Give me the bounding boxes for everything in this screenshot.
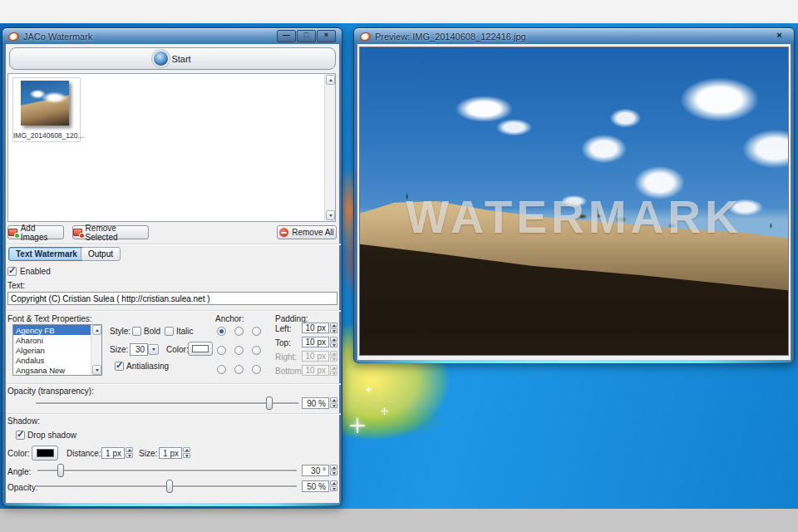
anchor-radio-bottom-left[interactable] <box>217 365 226 374</box>
opacity-value-field[interactable]: 90 % <box>302 397 329 409</box>
text-color-label: Color: <box>166 345 189 354</box>
preview-image: WATERMARK <box>359 47 789 356</box>
app-logo-icon <box>7 31 20 42</box>
shadow-color-chip <box>37 449 54 457</box>
shadow-opacity-slider[interactable] <box>37 480 297 493</box>
watermark-app-titlebar[interactable]: JACo Watermark — □ × <box>5 28 339 44</box>
add-images-label: Add Images <box>21 224 63 242</box>
padding-bottom-label: Bottom: <box>275 367 303 376</box>
remove-image-icon <box>73 229 82 236</box>
size-dropdown-icon[interactable] <box>148 344 159 355</box>
anchor-radio-bottom-right[interactable] <box>252 365 261 374</box>
letterbox-bottom <box>0 509 798 532</box>
shadow-size-field[interactable]: 1 px <box>159 447 182 459</box>
preview-titlebar[interactable]: Preview: IMG_20140608_122416.jpg × <box>357 28 791 44</box>
slider-handle[interactable] <box>266 397 273 410</box>
padding-left-spinner[interactable] <box>330 323 337 333</box>
preview-window-title: Preview: IMG_20140608_122416.jpg <box>375 32 526 42</box>
desktop-screen: JACo Watermark — □ × Start IMG_20140608_… <box>0 0 798 532</box>
style-label: Style: <box>110 327 131 336</box>
shadow-opacity-value-field[interactable]: 50 % <box>302 480 329 492</box>
scroll-up-icon[interactable] <box>326 75 335 85</box>
padding-top-field[interactable]: 10 px <box>302 337 329 347</box>
padding-left-field[interactable]: 10 px <box>302 323 329 333</box>
watermark-app-client: Start IMG_20140608_120... Add Images Rem… <box>5 44 340 504</box>
font-list-item[interactable]: Aharoni <box>13 335 101 345</box>
image-list-item[interactable]: IMG_20140608_120... <box>12 77 81 142</box>
slider-handle[interactable] <box>57 464 64 477</box>
minimize-button[interactable]: — <box>277 30 296 42</box>
slider-handle[interactable] <box>166 480 173 493</box>
anchor-radio-middle-center[interactable] <box>234 346 244 355</box>
image-list-scrollbar[interactable] <box>324 74 335 221</box>
close-button[interactable]: × <box>317 30 336 42</box>
font-list-item[interactable]: Angsana New <box>13 365 101 375</box>
anchor-radio-top-right[interactable] <box>252 327 261 336</box>
opacity-spinner[interactable] <box>330 397 337 408</box>
text-color-button[interactable] <box>188 342 213 356</box>
start-button[interactable]: Start <box>9 47 336 70</box>
italic-checkbox[interactable] <box>165 327 174 336</box>
scroll-down-icon[interactable] <box>326 210 335 220</box>
bold-label: Bold <box>144 327 160 336</box>
maximize-button[interactable]: □ <box>297 30 316 42</box>
tab-output[interactable]: Output <box>81 247 121 261</box>
scroll-up-icon[interactable] <box>92 325 101 335</box>
remove-all-button[interactable]: Remove All <box>277 225 337 239</box>
font-list[interactable]: Agency FB Aharoni Algerian Andalus Angsa… <box>12 324 102 376</box>
font-properties-label: Font & Text Properties: <box>7 314 92 323</box>
foreground-grass <box>360 333 788 355</box>
padding-bottom-spinner <box>330 365 337 376</box>
padding-top-label: Top: <box>275 338 291 347</box>
text-label: Text: <box>7 281 25 290</box>
angle-value-field[interactable]: 30 ° <box>302 465 329 476</box>
tab-text-watermark[interactable]: Text Watermark <box>8 247 85 261</box>
padding-top-spinner[interactable] <box>330 337 337 347</box>
opacity-section-label: Opacity (transparency): <box>7 387 94 396</box>
angle-label: Angle: <box>7 467 31 476</box>
angle-slider[interactable] <box>37 464 297 477</box>
shadow-opacity-spinner[interactable] <box>330 480 337 491</box>
italic-label: Italic <box>176 327 194 336</box>
letterbox-top <box>0 0 798 24</box>
shadow-color-button[interactable] <box>32 446 58 461</box>
start-button-label: Start <box>171 54 190 64</box>
anchor-radio-middle-left[interactable] <box>217 346 226 355</box>
font-list-item[interactable]: AngsanaUPC <box>13 375 101 376</box>
image-list-panel: IMG_20140608_120... <box>7 73 336 222</box>
padding-right-field: 10 px <box>302 351 329 362</box>
add-images-button[interactable]: Add Images <box>7 225 64 239</box>
image-thumbnail <box>21 81 69 126</box>
slider-track <box>36 402 298 404</box>
shadow-size-spinner[interactable] <box>183 447 190 458</box>
app-logo-icon <box>359 31 372 42</box>
enabled-checkbox[interactable] <box>7 267 17 276</box>
remove-selected-button[interactable]: Remove Selected <box>72 225 149 239</box>
distance-spinner[interactable] <box>126 447 133 458</box>
padding-left-label: Left: <box>275 324 291 333</box>
distance-label: Distance: <box>66 449 101 458</box>
drop-shadow-checkbox[interactable] <box>16 431 25 440</box>
anchor-radio-bottom-center[interactable] <box>234 365 244 374</box>
anchor-radio-top-center[interactable] <box>234 327 244 336</box>
watermark-app-window: JACo Watermark — □ × Start IMG_20140608_… <box>2 27 342 506</box>
size-value-field[interactable]: 30 <box>130 343 148 356</box>
padding-right-spinner <box>330 351 337 362</box>
opacity-slider[interactable] <box>36 397 298 410</box>
font-list-item[interactable]: Andalus <box>13 355 101 365</box>
font-list-item[interactable]: Algerian <box>13 345 101 355</box>
angle-spinner[interactable] <box>330 465 337 475</box>
scroll-down-icon[interactable] <box>92 365 101 375</box>
start-gear-icon <box>154 52 168 66</box>
antialiasing-checkbox[interactable] <box>115 362 124 371</box>
bold-checkbox[interactable] <box>132 327 141 336</box>
anchor-radio-middle-right[interactable] <box>252 346 261 355</box>
remove-all-icon <box>279 228 288 237</box>
add-image-icon <box>8 229 17 236</box>
distance-field[interactable]: 1 px <box>101 447 125 459</box>
font-list-item[interactable]: Agency FB <box>13 325 101 335</box>
close-button[interactable]: × <box>771 31 788 42</box>
watermark-text-input[interactable] <box>7 292 337 305</box>
font-list-scrollbar[interactable] <box>91 325 101 375</box>
anchor-radio-top-left[interactable] <box>217 327 226 336</box>
